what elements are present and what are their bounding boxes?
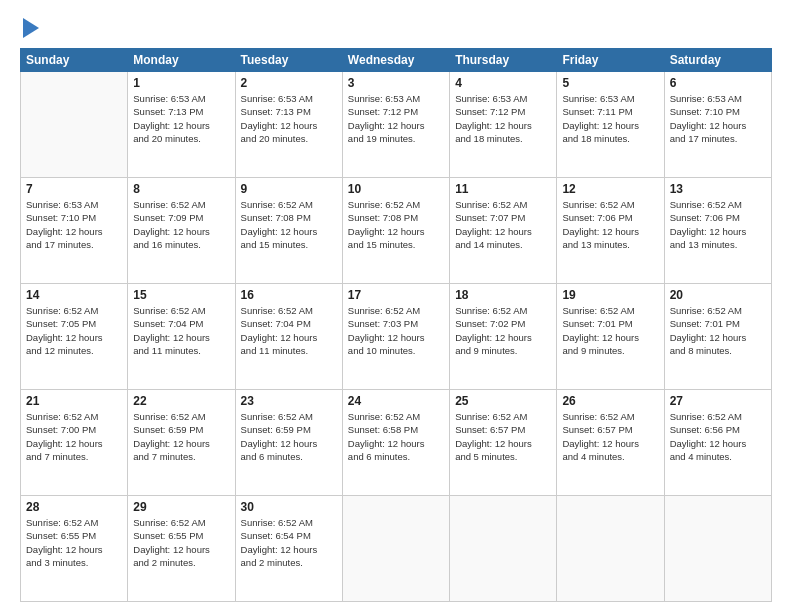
calendar-cell: 29Sunrise: 6:52 AMSunset: 6:55 PMDayligh… [128,496,235,602]
day-number: 21 [26,394,122,408]
calendar-cell [557,496,664,602]
day-number: 30 [241,500,337,514]
day-info: Sunrise: 6:52 AMSunset: 7:01 PMDaylight:… [562,304,658,357]
calendar-cell [342,496,449,602]
day-info: Sunrise: 6:52 AMSunset: 7:00 PMDaylight:… [26,410,122,463]
calendar-cell [21,72,128,178]
calendar-table: Sunday Monday Tuesday Wednesday Thursday… [20,48,772,602]
calendar-cell: 3Sunrise: 6:53 AMSunset: 7:12 PMDaylight… [342,72,449,178]
day-number: 2 [241,76,337,90]
week-row-5: 28Sunrise: 6:52 AMSunset: 6:55 PMDayligh… [21,496,772,602]
calendar-cell: 9Sunrise: 6:52 AMSunset: 7:08 PMDaylight… [235,178,342,284]
day-number: 27 [670,394,766,408]
day-info: Sunrise: 6:52 AMSunset: 7:08 PMDaylight:… [348,198,444,251]
day-info: Sunrise: 6:53 AMSunset: 7:12 PMDaylight:… [348,92,444,145]
calendar-header: Sunday Monday Tuesday Wednesday Thursday… [21,49,772,72]
day-number: 12 [562,182,658,196]
calendar-cell: 14Sunrise: 6:52 AMSunset: 7:05 PMDayligh… [21,284,128,390]
day-info: Sunrise: 6:52 AMSunset: 6:59 PMDaylight:… [241,410,337,463]
day-info: Sunrise: 6:52 AMSunset: 7:03 PMDaylight:… [348,304,444,357]
day-number: 18 [455,288,551,302]
day-number: 14 [26,288,122,302]
day-info: Sunrise: 6:53 AMSunset: 7:13 PMDaylight:… [133,92,229,145]
page: Sunday Monday Tuesday Wednesday Thursday… [0,0,792,612]
day-number: 8 [133,182,229,196]
day-number: 17 [348,288,444,302]
day-number: 23 [241,394,337,408]
day-info: Sunrise: 6:52 AMSunset: 6:56 PMDaylight:… [670,410,766,463]
day-number: 11 [455,182,551,196]
day-number: 5 [562,76,658,90]
calendar-cell: 1Sunrise: 6:53 AMSunset: 7:13 PMDaylight… [128,72,235,178]
day-number: 1 [133,76,229,90]
day-number: 10 [348,182,444,196]
col-thursday: Thursday [450,49,557,72]
calendar-cell: 7Sunrise: 6:53 AMSunset: 7:10 PMDaylight… [21,178,128,284]
day-info: Sunrise: 6:52 AMSunset: 6:58 PMDaylight:… [348,410,444,463]
col-tuesday: Tuesday [235,49,342,72]
day-info: Sunrise: 6:52 AMSunset: 7:08 PMDaylight:… [241,198,337,251]
day-info: Sunrise: 6:53 AMSunset: 7:12 PMDaylight:… [455,92,551,145]
day-info: Sunrise: 6:52 AMSunset: 6:55 PMDaylight:… [133,516,229,569]
day-info: Sunrise: 6:52 AMSunset: 7:05 PMDaylight:… [26,304,122,357]
day-info: Sunrise: 6:52 AMSunset: 7:02 PMDaylight:… [455,304,551,357]
day-info: Sunrise: 6:53 AMSunset: 7:11 PMDaylight:… [562,92,658,145]
logo [20,18,39,38]
day-number: 16 [241,288,337,302]
calendar-cell: 13Sunrise: 6:52 AMSunset: 7:06 PMDayligh… [664,178,771,284]
col-wednesday: Wednesday [342,49,449,72]
day-info: Sunrise: 6:52 AMSunset: 7:09 PMDaylight:… [133,198,229,251]
calendar-cell: 20Sunrise: 6:52 AMSunset: 7:01 PMDayligh… [664,284,771,390]
calendar-cell: 23Sunrise: 6:52 AMSunset: 6:59 PMDayligh… [235,390,342,496]
col-monday: Monday [128,49,235,72]
calendar-cell: 16Sunrise: 6:52 AMSunset: 7:04 PMDayligh… [235,284,342,390]
calendar-cell: 11Sunrise: 6:52 AMSunset: 7:07 PMDayligh… [450,178,557,284]
col-friday: Friday [557,49,664,72]
day-number: 24 [348,394,444,408]
col-saturday: Saturday [664,49,771,72]
day-number: 7 [26,182,122,196]
week-row-2: 7Sunrise: 6:53 AMSunset: 7:10 PMDaylight… [21,178,772,284]
calendar-cell: 2Sunrise: 6:53 AMSunset: 7:13 PMDaylight… [235,72,342,178]
calendar-cell: 4Sunrise: 6:53 AMSunset: 7:12 PMDaylight… [450,72,557,178]
day-number: 20 [670,288,766,302]
day-info: Sunrise: 6:52 AMSunset: 7:04 PMDaylight:… [133,304,229,357]
header [20,18,772,38]
calendar-cell: 17Sunrise: 6:52 AMSunset: 7:03 PMDayligh… [342,284,449,390]
header-row: Sunday Monday Tuesday Wednesday Thursday… [21,49,772,72]
calendar-cell [450,496,557,602]
day-number: 19 [562,288,658,302]
day-number: 6 [670,76,766,90]
week-row-4: 21Sunrise: 6:52 AMSunset: 7:00 PMDayligh… [21,390,772,496]
calendar-cell: 25Sunrise: 6:52 AMSunset: 6:57 PMDayligh… [450,390,557,496]
col-sunday: Sunday [21,49,128,72]
calendar-cell: 18Sunrise: 6:52 AMSunset: 7:02 PMDayligh… [450,284,557,390]
day-info: Sunrise: 6:52 AMSunset: 6:57 PMDaylight:… [455,410,551,463]
week-row-1: 1Sunrise: 6:53 AMSunset: 7:13 PMDaylight… [21,72,772,178]
calendar-cell: 12Sunrise: 6:52 AMSunset: 7:06 PMDayligh… [557,178,664,284]
calendar-cell: 15Sunrise: 6:52 AMSunset: 7:04 PMDayligh… [128,284,235,390]
day-info: Sunrise: 6:52 AMSunset: 6:57 PMDaylight:… [562,410,658,463]
day-number: 13 [670,182,766,196]
day-number: 26 [562,394,658,408]
day-number: 29 [133,500,229,514]
calendar-cell: 28Sunrise: 6:52 AMSunset: 6:55 PMDayligh… [21,496,128,602]
calendar-cell: 26Sunrise: 6:52 AMSunset: 6:57 PMDayligh… [557,390,664,496]
day-info: Sunrise: 6:53 AMSunset: 7:10 PMDaylight:… [670,92,766,145]
day-info: Sunrise: 6:52 AMSunset: 7:07 PMDaylight:… [455,198,551,251]
calendar-cell: 27Sunrise: 6:52 AMSunset: 6:56 PMDayligh… [664,390,771,496]
day-info: Sunrise: 6:52 AMSunset: 7:04 PMDaylight:… [241,304,337,357]
week-row-3: 14Sunrise: 6:52 AMSunset: 7:05 PMDayligh… [21,284,772,390]
day-number: 25 [455,394,551,408]
day-info: Sunrise: 6:52 AMSunset: 6:55 PMDaylight:… [26,516,122,569]
calendar-cell: 19Sunrise: 6:52 AMSunset: 7:01 PMDayligh… [557,284,664,390]
calendar-cell: 21Sunrise: 6:52 AMSunset: 7:00 PMDayligh… [21,390,128,496]
calendar-cell: 6Sunrise: 6:53 AMSunset: 7:10 PMDaylight… [664,72,771,178]
day-number: 22 [133,394,229,408]
calendar-cell: 10Sunrise: 6:52 AMSunset: 7:08 PMDayligh… [342,178,449,284]
day-number: 15 [133,288,229,302]
calendar-body: 1Sunrise: 6:53 AMSunset: 7:13 PMDaylight… [21,72,772,602]
logo-arrow-icon [23,18,39,38]
day-number: 9 [241,182,337,196]
day-info: Sunrise: 6:52 AMSunset: 6:59 PMDaylight:… [133,410,229,463]
